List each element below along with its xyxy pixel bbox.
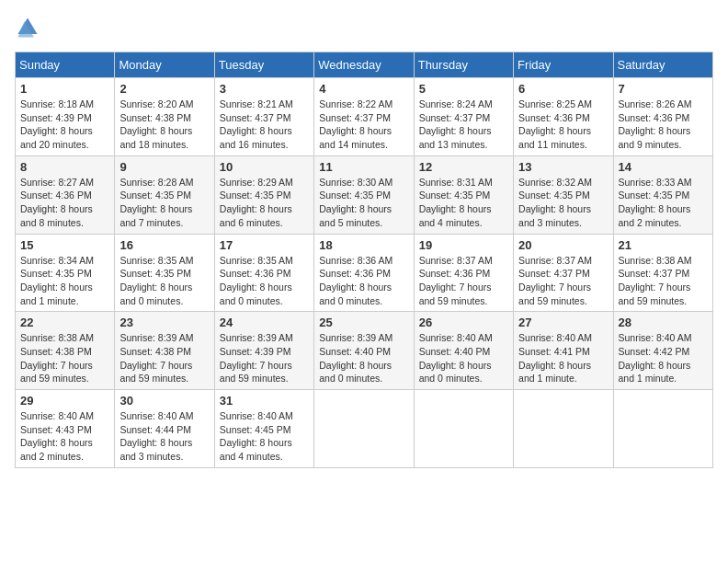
day-number: 22	[20, 316, 109, 329]
day-info: Sunrise: 8:35 AM Sunset: 4:36 PM Dayligh…	[220, 254, 309, 308]
calendar-cell: 22 Sunrise: 8:38 AM Sunset: 4:38 PM Dayl…	[16, 312, 115, 390]
calendar-week-1: 1 Sunrise: 8:18 AM Sunset: 4:39 PM Dayli…	[16, 78, 713, 156]
day-info: Sunrise: 8:32 AM Sunset: 4:35 PM Dayligh…	[518, 176, 608, 230]
calendar-cell: 17 Sunrise: 8:35 AM Sunset: 4:36 PM Dayl…	[214, 234, 313, 312]
day-header-monday: Monday	[115, 52, 214, 78]
page-header	[15, 15, 713, 40]
day-info: Sunrise: 8:29 AM Sunset: 4:35 PM Dayligh…	[220, 176, 309, 230]
calendar-cell: 19 Sunrise: 8:37 AM Sunset: 4:36 PM Dayl…	[414, 234, 513, 312]
day-info: Sunrise: 8:38 AM Sunset: 4:37 PM Dayligh…	[619, 254, 708, 308]
day-header-saturday: Saturday	[613, 52, 712, 78]
calendar-cell: 14 Sunrise: 8:33 AM Sunset: 4:35 PM Dayl…	[613, 155, 712, 234]
day-info: Sunrise: 8:31 AM Sunset: 4:35 PM Dayligh…	[419, 176, 508, 230]
day-info: Sunrise: 8:25 AM Sunset: 4:36 PM Dayligh…	[518, 98, 608, 152]
calendar-cell: 10 Sunrise: 8:29 AM Sunset: 4:35 PM Dayl…	[214, 155, 313, 234]
calendar-table: SundayMondayTuesdayWednesdayThursdayFrid…	[15, 52, 713, 468]
day-number: 11	[319, 160, 408, 174]
day-info: Sunrise: 8:37 AM Sunset: 4:37 PM Dayligh…	[518, 254, 608, 308]
day-number: 29	[20, 394, 109, 408]
day-info: Sunrise: 8:24 AM Sunset: 4:37 PM Dayligh…	[419, 98, 508, 152]
day-number: 30	[119, 394, 209, 408]
day-info: Sunrise: 8:28 AM Sunset: 4:35 PM Dayligh…	[119, 176, 209, 230]
day-header-thursday: Thursday	[414, 52, 513, 78]
calendar-cell	[613, 390, 712, 468]
day-info: Sunrise: 8:20 AM Sunset: 4:38 PM Dayligh…	[119, 98, 209, 152]
day-number: 5	[419, 82, 508, 96]
day-header-wednesday: Wednesday	[314, 52, 414, 78]
day-number: 7	[619, 82, 708, 96]
calendar-cell: 2 Sunrise: 8:20 AM Sunset: 4:38 PM Dayli…	[115, 78, 214, 156]
day-header-sunday: Sunday	[16, 52, 115, 78]
calendar-cell: 3 Sunrise: 8:21 AM Sunset: 4:37 PM Dayli…	[214, 78, 313, 156]
day-info: Sunrise: 8:30 AM Sunset: 4:35 PM Dayligh…	[319, 176, 408, 230]
calendar-week-2: 8 Sunrise: 8:27 AM Sunset: 4:36 PM Dayli…	[16, 155, 713, 234]
day-info: Sunrise: 8:38 AM Sunset: 4:38 PM Dayligh…	[20, 331, 109, 385]
calendar-cell: 26 Sunrise: 8:40 AM Sunset: 4:40 PM Dayl…	[414, 312, 513, 390]
calendar-week-4: 22 Sunrise: 8:38 AM Sunset: 4:38 PM Dayl…	[16, 312, 713, 390]
day-info: Sunrise: 8:22 AM Sunset: 4:37 PM Dayligh…	[319, 98, 408, 152]
day-info: Sunrise: 8:40 AM Sunset: 4:44 PM Dayligh…	[119, 409, 209, 464]
calendar-cell: 15 Sunrise: 8:34 AM Sunset: 4:35 PM Dayl…	[16, 234, 115, 312]
calendar-cell: 30 Sunrise: 8:40 AM Sunset: 4:44 PM Dayl…	[115, 390, 214, 468]
calendar-cell: 23 Sunrise: 8:39 AM Sunset: 4:38 PM Dayl…	[115, 312, 214, 390]
calendar-cell: 7 Sunrise: 8:26 AM Sunset: 4:36 PM Dayli…	[613, 78, 712, 156]
calendar-cell: 31 Sunrise: 8:40 AM Sunset: 4:45 PM Dayl…	[214, 390, 313, 468]
calendar-cell: 6 Sunrise: 8:25 AM Sunset: 4:36 PM Dayli…	[514, 78, 613, 156]
day-info: Sunrise: 8:40 AM Sunset: 4:40 PM Dayligh…	[419, 331, 508, 385]
calendar-cell: 13 Sunrise: 8:32 AM Sunset: 4:35 PM Dayl…	[514, 155, 613, 234]
day-number: 23	[119, 316, 209, 329]
day-info: Sunrise: 8:39 AM Sunset: 4:38 PM Dayligh…	[119, 331, 209, 385]
calendar-cell: 5 Sunrise: 8:24 AM Sunset: 4:37 PM Dayli…	[414, 78, 513, 156]
calendar-cell: 27 Sunrise: 8:40 AM Sunset: 4:41 PM Dayl…	[514, 312, 613, 390]
calendar-cell	[314, 390, 414, 468]
day-number: 6	[518, 82, 608, 96]
day-number: 12	[419, 160, 508, 174]
day-number: 26	[419, 316, 508, 329]
day-number: 8	[20, 160, 109, 174]
day-number: 1	[20, 82, 109, 96]
calendar-week-3: 15 Sunrise: 8:34 AM Sunset: 4:35 PM Dayl…	[16, 234, 713, 312]
day-info: Sunrise: 8:39 AM Sunset: 4:40 PM Dayligh…	[319, 331, 408, 385]
calendar-cell: 11 Sunrise: 8:30 AM Sunset: 4:35 PM Dayl…	[314, 155, 414, 234]
calendar-cell: 4 Sunrise: 8:22 AM Sunset: 4:37 PM Dayli…	[314, 78, 414, 156]
day-info: Sunrise: 8:34 AM Sunset: 4:35 PM Dayligh…	[20, 254, 109, 308]
day-number: 25	[319, 316, 408, 329]
day-info: Sunrise: 8:40 AM Sunset: 4:45 PM Dayligh…	[220, 409, 309, 464]
calendar-cell: 24 Sunrise: 8:39 AM Sunset: 4:39 PM Dayl…	[214, 312, 313, 390]
day-number: 28	[619, 316, 708, 329]
calendar-cell	[414, 390, 513, 468]
day-number: 15	[20, 238, 109, 252]
calendar-cell: 20 Sunrise: 8:37 AM Sunset: 4:37 PM Dayl…	[514, 234, 613, 312]
calendar-cell: 28 Sunrise: 8:40 AM Sunset: 4:42 PM Dayl…	[613, 312, 712, 390]
day-number: 20	[518, 238, 608, 252]
logo	[15, 15, 44, 40]
calendar-cell: 12 Sunrise: 8:31 AM Sunset: 4:35 PM Dayl…	[414, 155, 513, 234]
calendar-cell	[514, 390, 613, 468]
day-info: Sunrise: 8:40 AM Sunset: 4:41 PM Dayligh…	[518, 331, 608, 385]
day-number: 10	[220, 160, 309, 174]
calendar-cell: 29 Sunrise: 8:40 AM Sunset: 4:43 PM Dayl…	[16, 390, 115, 468]
day-info: Sunrise: 8:36 AM Sunset: 4:36 PM Dayligh…	[319, 254, 408, 308]
logo-icon	[15, 15, 40, 40]
day-number: 16	[119, 238, 209, 252]
day-number: 13	[518, 160, 608, 174]
calendar-cell: 8 Sunrise: 8:27 AM Sunset: 4:36 PM Dayli…	[16, 155, 115, 234]
day-number: 17	[220, 238, 309, 252]
calendar-week-5: 29 Sunrise: 8:40 AM Sunset: 4:43 PM Dayl…	[16, 390, 713, 468]
day-number: 14	[619, 160, 708, 174]
day-number: 19	[419, 238, 508, 252]
day-info: Sunrise: 8:18 AM Sunset: 4:39 PM Dayligh…	[20, 98, 109, 152]
day-info: Sunrise: 8:26 AM Sunset: 4:36 PM Dayligh…	[619, 98, 708, 152]
day-number: 18	[319, 238, 408, 252]
day-number: 21	[619, 238, 708, 252]
day-info: Sunrise: 8:39 AM Sunset: 4:39 PM Dayligh…	[220, 331, 309, 385]
day-header-tuesday: Tuesday	[214, 52, 313, 78]
day-number: 2	[119, 82, 209, 96]
day-info: Sunrise: 8:27 AM Sunset: 4:36 PM Dayligh…	[20, 176, 109, 230]
calendar-cell: 16 Sunrise: 8:35 AM Sunset: 4:35 PM Dayl…	[115, 234, 214, 312]
day-number: 4	[319, 82, 408, 96]
day-info: Sunrise: 8:37 AM Sunset: 4:36 PM Dayligh…	[419, 254, 508, 308]
calendar-cell: 25 Sunrise: 8:39 AM Sunset: 4:40 PM Dayl…	[314, 312, 414, 390]
day-number: 9	[119, 160, 209, 174]
day-header-friday: Friday	[514, 52, 613, 78]
